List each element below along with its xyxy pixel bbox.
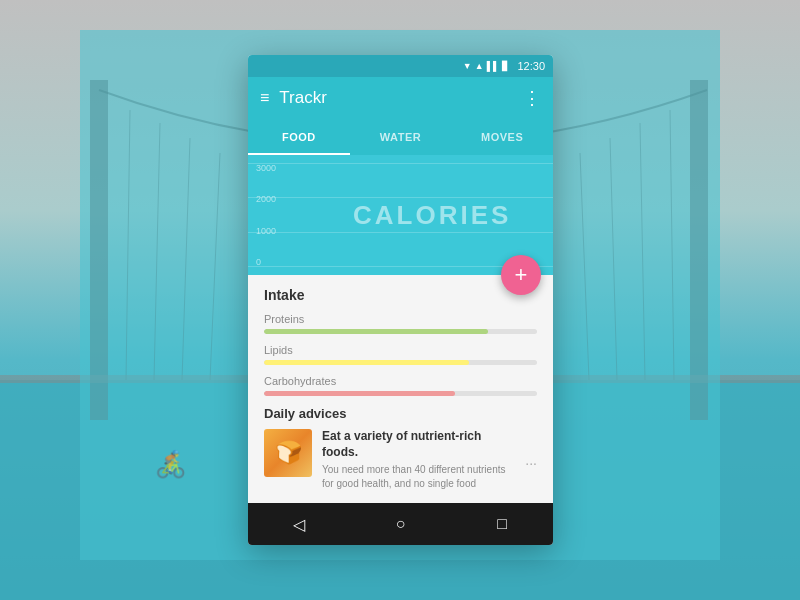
add-food-fab[interactable]: +: [501, 255, 541, 295]
advice-body: You need more than 40 different nutrient…: [322, 463, 511, 491]
nav-bar: ◁ ○ □: [248, 503, 553, 545]
carbs-item: Carbohydrates: [264, 375, 537, 396]
menu-icon[interactable]: ≡: [260, 89, 269, 107]
wifi-icon: ▼: [463, 61, 472, 71]
lipids-item: Lipids: [264, 344, 537, 365]
proteins-item: Proteins: [264, 313, 537, 334]
signal-bars-icon: ▌▌: [487, 61, 500, 71]
battery-icon: ▊: [502, 61, 509, 71]
lipids-label: Lipids: [264, 344, 537, 356]
grid-line-2000: [248, 197, 553, 198]
proteins-bar-bg: [264, 329, 537, 334]
advice-text: Eat a variety of nutrient-rich foods. Yo…: [322, 429, 511, 491]
y-label-0: 0: [256, 257, 276, 267]
carbs-bar-bg: [264, 391, 537, 396]
more-options-icon[interactable]: ⋮: [523, 87, 541, 109]
y-axis-labels: 3000 2000 1000 0: [256, 163, 276, 267]
advice-card[interactable]: 🍞 Eat a variety of nutrient-rich foods. …: [264, 429, 537, 491]
tab-moves[interactable]: MOVES: [451, 119, 553, 155]
calories-chart: 3000 2000 1000 0 CALORIES +: [248, 155, 553, 275]
y-label-1000: 1000: [256, 226, 276, 236]
tab-water[interactable]: WATER: [350, 119, 452, 155]
grid-line-3000: [248, 163, 553, 164]
app-bar: ≡ Trackr ⋮: [248, 77, 553, 119]
carbs-bar: [264, 391, 455, 396]
carbs-label: Carbohydrates: [264, 375, 537, 387]
advice-more-icon[interactable]: ...: [525, 452, 537, 468]
phone-frame: ▼ ▲ ▌▌ ▊ 12:30 ≡ Trackr ⋮ FOOD WATER MOV…: [248, 55, 553, 545]
y-label-3000: 3000: [256, 163, 276, 173]
advice-image: 🍞: [264, 429, 312, 477]
signal-icon: ▲: [475, 61, 484, 71]
grid-line-1000: [248, 232, 553, 233]
proteins-bar: [264, 329, 488, 334]
advice-headline: Eat a variety of nutrient-rich foods.: [322, 429, 511, 460]
status-time: 12:30: [517, 60, 545, 72]
advice-food-icon: 🍞: [275, 440, 302, 466]
status-bar: ▼ ▲ ▌▌ ▊ 12:30: [248, 55, 553, 77]
app-title: Trackr: [279, 88, 523, 108]
tab-food[interactable]: FOOD: [248, 119, 350, 155]
status-icons: ▼ ▲ ▌▌ ▊: [463, 61, 510, 71]
advices-title: Daily advices: [264, 406, 537, 421]
cyclist-icon: 🚴: [155, 449, 187, 480]
lipids-bar: [264, 360, 469, 365]
content-area: Intake Proteins Lipids Carbohydrates Dai…: [248, 275, 553, 503]
back-button[interactable]: ◁: [284, 509, 314, 539]
calories-label: CALORIES: [353, 200, 511, 231]
y-label-2000: 2000: [256, 194, 276, 204]
home-button[interactable]: ○: [385, 509, 415, 539]
lipids-bar-bg: [264, 360, 537, 365]
recents-button[interactable]: □: [487, 509, 517, 539]
intake-title: Intake: [264, 287, 537, 303]
proteins-label: Proteins: [264, 313, 537, 325]
tab-bar: FOOD WATER MOVES: [248, 119, 553, 155]
